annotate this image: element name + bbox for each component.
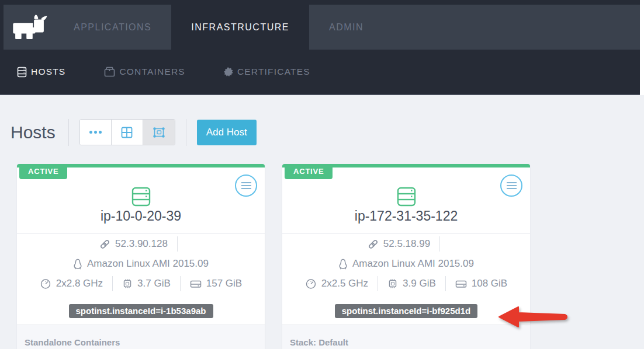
- host-cpu: 2x2.8 GHz: [56, 278, 103, 289]
- tab-admin[interactable]: ADMIN: [309, 5, 383, 50]
- host-disk: 157 GiB: [206, 278, 242, 289]
- view-toggle-group: [79, 119, 175, 145]
- hosts-content: Hosts: [0, 95, 644, 349]
- linux-penguin-icon: [338, 259, 348, 270]
- disk-drive-icon: [455, 279, 467, 289]
- memory-chip-icon: [122, 278, 133, 289]
- hamburger-icon: [507, 182, 517, 183]
- subnav-item-hosts[interactable]: HOSTS: [17, 67, 65, 78]
- add-host-button[interactable]: Add Host: [197, 120, 257, 145]
- machine-view-button[interactable]: [143, 120, 175, 145]
- divider: [439, 236, 440, 252]
- status-badge: ACTIVE: [19, 164, 67, 179]
- spotinst-instance-tag: spotinst.instanceId=i-1b53a9ab: [69, 304, 213, 318]
- top-navigation: APPLICATIONS INFRASTRUCTURE ADMIN HOSTS: [0, 0, 640, 95]
- linux-penguin-icon: [73, 259, 82, 270]
- certificate-seal-icon: [224, 67, 233, 76]
- host-memory: 3.7 GiB: [137, 278, 171, 289]
- divider: [186, 119, 186, 146]
- host-specs-row: 2x2.5 GHz 3.9 GiB: [282, 274, 530, 294]
- subnav-item-containers[interactable]: CONTAINERS: [104, 67, 185, 77]
- host-os: Amazon Linux AMI 2015.09: [352, 258, 474, 270]
- host-os-row: Amazon Linux AMI 2015.09: [17, 254, 265, 274]
- host-specs-row: 2x2.8 GHz 3.7 GiB: [17, 274, 265, 294]
- subnav-label: CONTAINERS: [119, 67, 185, 77]
- divider: [445, 276, 446, 291]
- cow-logo-icon: [12, 15, 48, 40]
- hamburger-icon: [241, 182, 251, 183]
- divider: [180, 276, 181, 291]
- host-name[interactable]: ip-10-0-20-39: [17, 208, 265, 224]
- red-annotation-arrow-icon: [497, 305, 570, 330]
- host-ip-row: 52.5.18.99: [282, 234, 530, 254]
- spotinst-instance-tag: spotinst.instanceId=i-bf925d1d: [335, 304, 477, 318]
- page-title: Hosts: [11, 123, 56, 142]
- host-server-icon: [131, 187, 151, 207]
- title-row: Hosts: [0, 95, 644, 146]
- list-view-button[interactable]: [80, 120, 112, 145]
- divider: [378, 276, 378, 291]
- host-disk: 108 GiB: [472, 278, 507, 289]
- tab-infrastructure[interactable]: INFRASTRUCTURE: [171, 0, 309, 50]
- infrastructure-subnav: HOSTS CONTAINERS CERTIFI: [0, 50, 640, 95]
- grid-view-button[interactable]: [112, 120, 143, 145]
- host-menu-button[interactable]: [500, 175, 522, 197]
- divider: [68, 119, 69, 146]
- host-name[interactable]: ip-172-31-35-122: [282, 208, 530, 224]
- top-nav-band: APPLICATIONS INFRASTRUCTURE ADMIN: [4, 5, 640, 50]
- cpu-gauge-icon: [305, 278, 317, 289]
- host-ip: 52.3.90.128: [115, 238, 168, 250]
- card-footer: Standalone Containers: [17, 324, 265, 349]
- host-card: ACTIVE ip-172-31-35-122: [282, 164, 530, 349]
- host-ip-row: 52.3.90.128: [17, 234, 265, 254]
- tab-applications[interactable]: APPLICATIONS: [54, 5, 171, 50]
- grid-view-icon: [121, 127, 133, 138]
- status-badge: ACTIVE: [285, 164, 333, 179]
- link-icon: [368, 239, 379, 250]
- container-box-icon: [104, 67, 115, 77]
- divider: [177, 236, 178, 252]
- host-cpu: 2x2.5 GHz: [321, 278, 368, 289]
- rancher-logo[interactable]: [4, 5, 54, 50]
- divider: [112, 276, 113, 291]
- list-dots-icon: [89, 131, 102, 134]
- subnav-label: CERTIFICATES: [237, 67, 310, 77]
- host-os-row: Amazon Linux AMI 2015.09: [282, 254, 530, 274]
- cpu-gauge-icon: [40, 278, 51, 289]
- machine-view-icon: [153, 127, 165, 138]
- host-os: Amazon Linux AMI 2015.09: [87, 258, 209, 270]
- server-icon: [17, 67, 27, 78]
- host-menu-button[interactable]: [235, 175, 257, 197]
- disk-drive-icon: [190, 279, 202, 289]
- host-card: ACTIVE ip-10-0-20-39: [17, 164, 265, 349]
- subnav-label: HOSTS: [31, 67, 65, 77]
- card-footer-label: Standalone Containers: [25, 337, 120, 347]
- host-server-icon: [397, 187, 416, 207]
- rancher-hosts-page: APPLICATIONS INFRASTRUCTURE ADMIN HOSTS: [0, 0, 644, 349]
- memory-chip-icon: [387, 278, 398, 289]
- card-footer-label: Stack: Default: [290, 337, 348, 347]
- link-icon: [99, 239, 110, 250]
- host-ip: 52.5.18.99: [383, 238, 430, 250]
- host-memory: 3.9 GiB: [403, 278, 436, 289]
- card-footer: Stack: Default: [282, 324, 530, 349]
- subnav-item-certificates[interactable]: CERTIFICATES: [224, 67, 310, 77]
